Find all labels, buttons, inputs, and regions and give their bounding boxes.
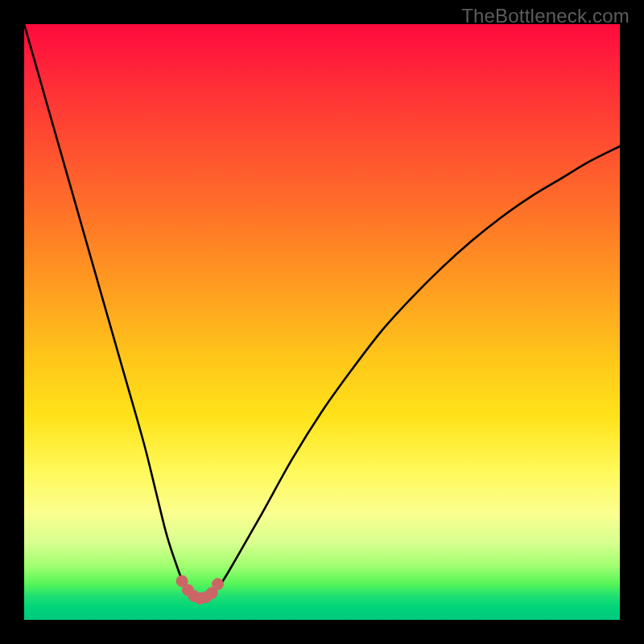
cusp-marker bbox=[213, 579, 224, 590]
chart-svg bbox=[24, 24, 620, 620]
bottleneck-curve bbox=[24, 24, 620, 600]
chart-frame: TheBottleneck.com bbox=[0, 0, 644, 644]
chart-plot-area bbox=[24, 24, 620, 620]
watermark-text: TheBottleneck.com bbox=[461, 5, 630, 27]
cusp-marker-group bbox=[176, 576, 223, 604]
